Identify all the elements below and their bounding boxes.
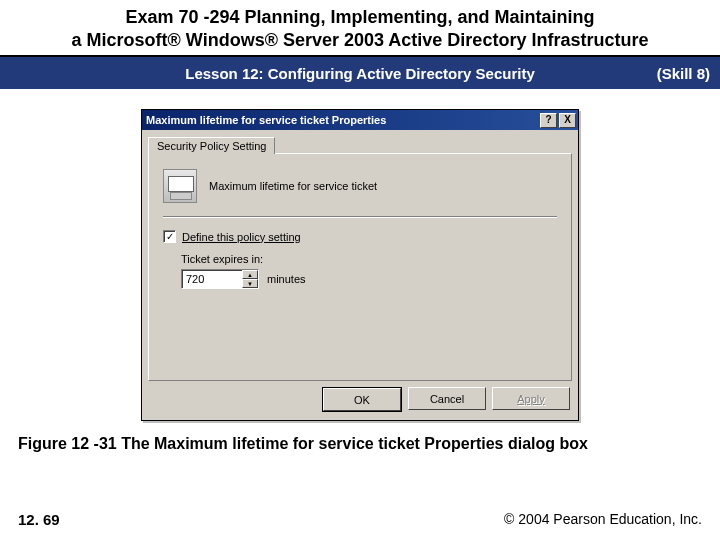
tab-panel: Maximum lifetime for service ticket ✓ De… [148, 153, 572, 381]
policy-icon [163, 169, 197, 203]
cancel-button[interactable]: Cancel [408, 387, 486, 410]
close-button[interactable]: X [559, 113, 576, 128]
ok-button[interactable]: OK [323, 388, 401, 411]
dialog-button-row: OK Cancel Apply [142, 387, 578, 420]
skill-label: (Skill 8) [657, 65, 710, 82]
figure-caption: Figure 12 -31 The Maximum lifetime for s… [0, 421, 720, 453]
apply-button-label: Apply [517, 393, 545, 405]
chevron-down-icon: ▼ [247, 281, 253, 287]
help-button[interactable]: ? [540, 113, 557, 128]
lesson-bar: Lesson 12: Configuring Active Directory … [0, 55, 720, 89]
lesson-title: Lesson 12: Configuring Active Directory … [185, 65, 535, 82]
spin-down-button[interactable]: ▼ [242, 279, 258, 288]
slide-title-line2: a Microsoft® Windows® Server 2003 Active… [12, 29, 708, 52]
tab-row: Security Policy Setting [142, 130, 578, 153]
separator [163, 216, 557, 218]
copyright: © 2004 Pearson Education, Inc. [504, 511, 702, 528]
chevron-up-icon: ▲ [247, 272, 253, 278]
close-icon: X [564, 115, 571, 125]
slide-title: Exam 70 -294 Planning, Implementing, and… [0, 0, 720, 55]
define-policy-label: Define this policy setting [182, 231, 301, 243]
policy-name: Maximum lifetime for service ticket [209, 180, 377, 192]
titlebar-text: Maximum lifetime for service ticket Prop… [146, 114, 538, 126]
apply-button[interactable]: Apply [492, 387, 570, 410]
footer: 12. 69 © 2004 Pearson Education, Inc. [0, 511, 720, 528]
checkmark-icon: ✓ [166, 232, 174, 242]
ticket-expires-value[interactable]: 720 [182, 270, 242, 288]
ticket-expires-label: Ticket expires in: [181, 253, 557, 265]
titlebar[interactable]: Maximum lifetime for service ticket Prop… [142, 110, 578, 130]
ticket-expires-spinner[interactable]: 720 ▲ ▼ [181, 269, 259, 289]
help-icon: ? [545, 115, 551, 125]
properties-dialog: Maximum lifetime for service ticket Prop… [141, 109, 579, 421]
page-number: 12. 69 [18, 511, 60, 528]
spin-up-button[interactable]: ▲ [242, 270, 258, 279]
tab-security-policy-setting[interactable]: Security Policy Setting [148, 137, 275, 154]
units-label: minutes [267, 273, 306, 285]
define-policy-checkbox[interactable]: ✓ [163, 230, 176, 243]
slide-title-line1: Exam 70 -294 Planning, Implementing, and… [12, 6, 708, 29]
